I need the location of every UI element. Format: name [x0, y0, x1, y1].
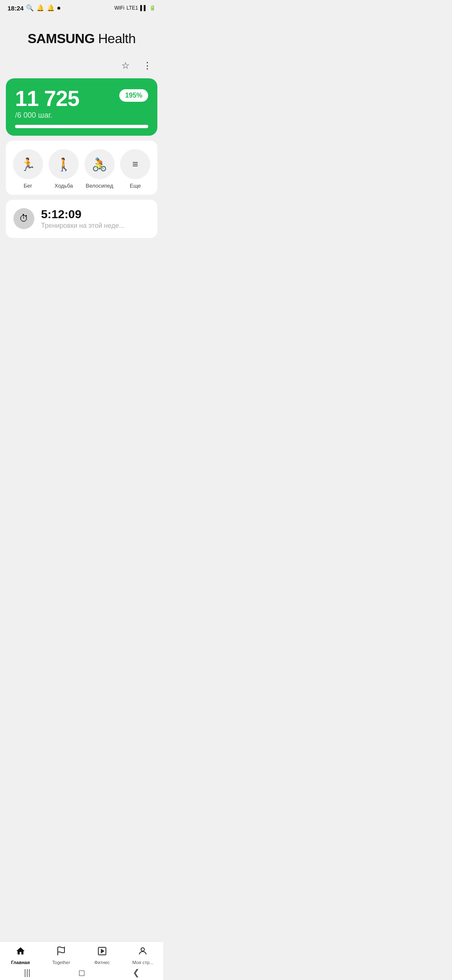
- bike-icon: 🚴: [85, 149, 115, 179]
- steps-card[interactable]: 11 725 /6 000 шаг. 195%: [6, 78, 157, 136]
- steps-count-group: 11 725 /6 000 шаг.: [15, 88, 79, 120]
- brand-name: SAMSUNG: [28, 31, 95, 46]
- workout-duration: 5:12:09: [41, 208, 125, 221]
- activity-walk[interactable]: 🚶 Ходьба: [49, 149, 79, 189]
- wifi-icon: WiFi: [114, 5, 124, 11]
- app-title: SAMSUNG Health: [8, 31, 155, 46]
- workout-info: 5:12:09 Тренировки на этой неде...: [41, 208, 125, 230]
- steps-count: 11 725: [15, 88, 79, 109]
- notification-dot: [57, 7, 60, 10]
- status-time: 18:24: [8, 5, 23, 12]
- bell-alert-icon: 🔔: [47, 4, 55, 12]
- toolbar: ☆ ⋮: [0, 55, 163, 75]
- timer-icon: ⏱: [19, 213, 28, 224]
- workout-card[interactable]: ⏱ 5:12:09 Тренировки на этой неде...: [6, 200, 157, 238]
- status-bar: 18:24 🔍 🔔 🔔 WiFi LTE1 ▌▌ 🔋: [0, 0, 163, 14]
- signal-icon: ▌▌: [140, 5, 147, 11]
- more-button[interactable]: ⋮: [140, 58, 155, 73]
- run-label: Бег: [23, 183, 32, 189]
- run-icon: 🏃: [13, 149, 43, 179]
- steps-goal: /6 000 шаг.: [15, 111, 79, 120]
- workout-subtitle: Тренировки на этой неде...: [41, 222, 125, 230]
- status-left: 18:24 🔍 🔔 🔔: [8, 4, 60, 12]
- favorite-button[interactable]: ☆: [118, 58, 133, 73]
- activity-card: 🏃 Бег 🚶 Ходьба 🚴 Велосипед ≡ Еще: [6, 141, 157, 195]
- bike-label: Велосипед: [86, 183, 113, 189]
- app-header: SAMSUNG Health: [0, 14, 163, 55]
- workout-timer-icon: ⏱: [13, 208, 34, 229]
- search-icon: 🔍: [26, 4, 34, 12]
- walk-label: Ходьба: [54, 183, 73, 189]
- walk-icon: 🚶: [49, 149, 79, 179]
- activity-more[interactable]: ≡ Еще: [120, 149, 150, 189]
- activity-bike[interactable]: 🚴 Велосипед: [85, 149, 115, 189]
- steps-badge: 195%: [119, 89, 148, 102]
- more-activities-icon: ≡: [120, 149, 150, 179]
- activity-grid: 🏃 Бег 🚶 Ходьба 🚴 Велосипед ≡ Еще: [10, 149, 153, 189]
- app-subtitle: Health: [98, 31, 136, 46]
- steps-progress-container: [15, 125, 148, 128]
- battery-icon: 🔋: [149, 5, 156, 11]
- steps-progress-bar: [15, 125, 148, 128]
- activity-run[interactable]: 🏃 Бег: [13, 149, 43, 189]
- bell-icon: 🔔: [36, 4, 44, 12]
- status-right: WiFi LTE1 ▌▌ 🔋: [114, 5, 156, 11]
- more-label: Еще: [130, 183, 141, 189]
- steps-card-top: 11 725 /6 000 шаг. 195%: [15, 88, 148, 120]
- lte-icon: LTE1: [126, 5, 138, 11]
